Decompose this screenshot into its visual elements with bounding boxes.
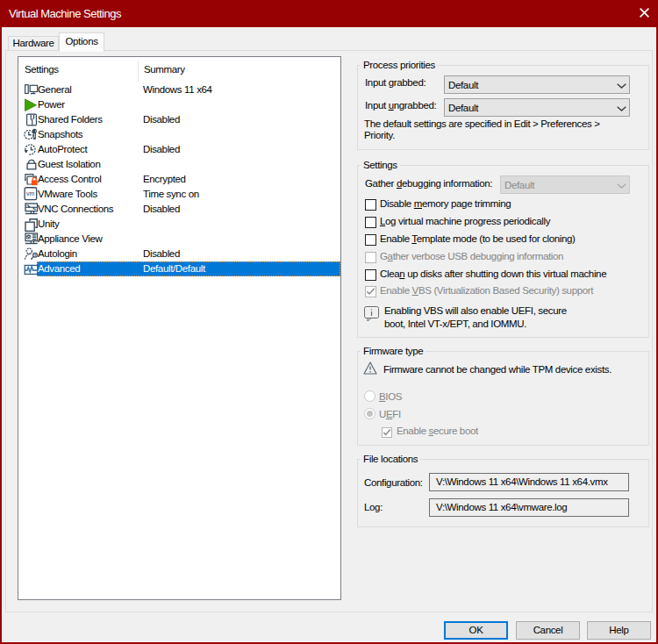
- svg-text:vm: vm: [26, 190, 35, 197]
